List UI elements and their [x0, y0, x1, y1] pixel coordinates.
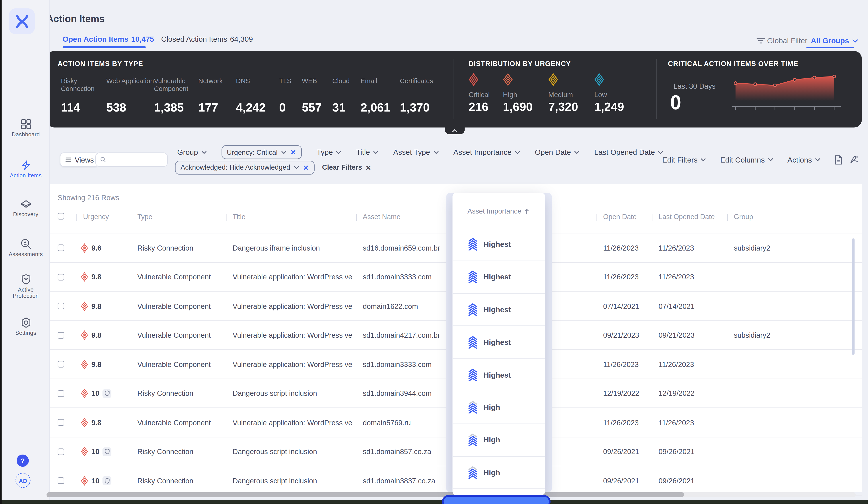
filter-dropdown-last-opened-date[interactable]: Last Opened Date: [594, 148, 663, 157]
tab-closed-action-items[interactable]: Closed Action Items64,309: [161, 35, 253, 43]
asset-importance-cell[interactable]: Highest: [453, 326, 545, 359]
filter-dropdown-title[interactable]: Title: [356, 148, 378, 157]
clear-filters-button[interactable]: Clear Filters ✕: [322, 163, 371, 172]
sidebar-item-dashboard[interactable]: Dashboard: [2, 119, 50, 138]
column-header-asset-name[interactable]: Asset Name: [363, 213, 401, 221]
row-checkbox[interactable]: [58, 390, 64, 397]
tab-open-action-items[interactable]: Open Action Items10,475: [63, 35, 154, 43]
asset-importance-cell[interactable]: Highest: [453, 359, 545, 391]
avatar[interactable]: AD: [16, 473, 31, 488]
cell-asset-name[interactable]: sd1.domain4217.com.br: [363, 321, 457, 350]
sidebar-item-action-items[interactable]: Action Items: [2, 160, 50, 179]
cell-last-opened-date: 09/26/2021: [659, 466, 720, 495]
column-header-group[interactable]: Group: [734, 213, 753, 221]
chip-remove-icon[interactable]: ✕: [303, 163, 309, 172]
collapse-stats-button[interactable]: [445, 128, 465, 134]
app-logo[interactable]: [9, 8, 35, 34]
sidebar-item-assessments[interactable]: Assessments: [2, 238, 50, 257]
cell-asset-name[interactable]: domain5769.ru: [363, 408, 457, 437]
row-checkbox[interactable]: [58, 332, 64, 339]
urgency-stat-value: 216: [468, 100, 503, 114]
cell-type: Vulnerable Component: [137, 350, 229, 379]
importance-chevrons-icon: [468, 336, 478, 349]
asset-importance-cell[interactable]: High: [453, 456, 545, 489]
cell-type: Risky Connection: [137, 379, 229, 408]
row-checkbox[interactable]: [58, 274, 64, 280]
sidebar-item-settings[interactable]: Settings: [2, 317, 50, 336]
sidebar-item-label: Settings: [2, 330, 50, 336]
views-button[interactable]: Views: [60, 153, 100, 167]
global-filter-select[interactable]: All Groups: [811, 37, 858, 45]
search-input[interactable]: [109, 155, 163, 164]
filter-dropdown-type[interactable]: Type: [317, 148, 341, 157]
chip-remove-icon[interactable]: ✕: [290, 148, 296, 157]
column-header-open-date[interactable]: Open Date: [603, 213, 637, 221]
row-checkbox[interactable]: [58, 361, 64, 367]
urgency-stat: Critical 216: [468, 73, 503, 114]
screen-left-edge: [0, 0, 2, 504]
horizontal-scrollbar-thumb[interactable]: [46, 492, 684, 497]
filter-dropdown-label: Open Date: [535, 148, 571, 157]
row-checkbox[interactable]: [58, 448, 64, 455]
column-header-urgency[interactable]: Urgency: [83, 213, 109, 221]
critical-diamond-icon: [81, 476, 88, 486]
edit-filters-menu[interactable]: Edit Filters: [662, 155, 706, 164]
chip-urgency-critical[interactable]: Urgency: Critical ✕: [221, 145, 302, 159]
filter-dropdown-asset-type[interactable]: Asset Type: [393, 148, 438, 157]
actions-menu[interactable]: Actions: [787, 155, 820, 164]
row-checkbox[interactable]: [58, 303, 64, 309]
asset-importance-cell[interactable]: Highest: [453, 261, 545, 294]
type-stat-label: Vulnerable Component: [154, 78, 198, 93]
column-header-type[interactable]: Type: [137, 213, 153, 221]
sidebar-item-discovery[interactable]: Discovery: [2, 200, 50, 217]
column-header-title[interactable]: Title: [232, 213, 246, 221]
cell-open-date: 11/26/2023: [603, 350, 656, 379]
export-pdf-button[interactable]: [850, 155, 858, 164]
row-checkbox[interactable]: [58, 419, 64, 426]
cell-asset-name[interactable]: sd1.domain3333.com: [363, 263, 457, 292]
help-button[interactable]: ?: [17, 455, 29, 467]
column-header-last-opened-date[interactable]: Last Opened Date: [659, 213, 715, 221]
row-count-summary: Showing 216 Rows: [58, 194, 119, 202]
critical-diamond-icon: [81, 243, 88, 253]
cell-type: Vulnerable Component: [137, 263, 229, 292]
sidebar-item-active-protection[interactable]: Active Protection: [2, 274, 50, 299]
cell-urgency: 10: [81, 466, 134, 495]
cell-urgency: 9.6: [81, 233, 134, 263]
asset-importance-cell[interactable]: High: [453, 391, 545, 424]
asset-importance-cell[interactable]: Highest: [453, 228, 545, 261]
vertical-scrollbar-thumb[interactable]: [852, 238, 855, 355]
chip-acknowledged[interactable]: Acknowledged: Hide Acknowledged ✕: [175, 161, 314, 174]
cell-open-date: 12/19/2022: [603, 379, 656, 408]
over-time-period: Last 30 Days: [673, 82, 715, 90]
divider: [657, 59, 657, 119]
cell-last-opened-date: 12/19/2022: [659, 379, 720, 408]
filter-dropdown-asset-importance[interactable]: Asset Importance: [453, 148, 520, 157]
cell-asset-name[interactable]: sd16.domain659.com.br: [363, 233, 457, 263]
filter-dropdown-open-date[interactable]: Open Date: [535, 148, 579, 157]
views-label: Views: [75, 155, 94, 164]
cell-asset-name[interactable]: sd1.domain857.co.za: [363, 437, 457, 466]
edit-columns-menu[interactable]: Edit Columns: [720, 155, 773, 164]
type-stat-value: 4,242: [236, 101, 266, 115]
cell-asset-name[interactable]: sd1.domain3944.com: [363, 379, 457, 408]
filter-dropdown-group[interactable]: Group: [177, 148, 206, 157]
importance-chevrons-icon: [468, 401, 478, 414]
row-checkbox[interactable]: [58, 477, 64, 484]
asset-importance-header[interactable]: Asset Importance: [453, 193, 545, 228]
cell-asset-name[interactable]: domain1622.com: [363, 292, 457, 321]
export-csv-button[interactable]: [835, 155, 843, 164]
urgency-value: 10: [92, 447, 100, 456]
cell-asset-name[interactable]: sd1.domain3837.co.za: [363, 466, 457, 495]
type-stat: Risky Connection 114: [61, 78, 106, 123]
column-separator: [226, 214, 227, 221]
row-checkbox[interactable]: [58, 244, 64, 251]
search-icon: [100, 156, 106, 163]
pdf-icon: [850, 155, 858, 164]
cell-group: [734, 437, 800, 466]
asset-importance-cell[interactable]: Highest: [453, 294, 545, 326]
cell-asset-name[interactable]: sd1.domain3333.com: [363, 350, 457, 379]
select-all-checkbox[interactable]: [58, 213, 64, 220]
asset-importance-cell[interactable]: High: [453, 424, 545, 456]
sidebar-item-label: Action Items: [2, 172, 50, 179]
